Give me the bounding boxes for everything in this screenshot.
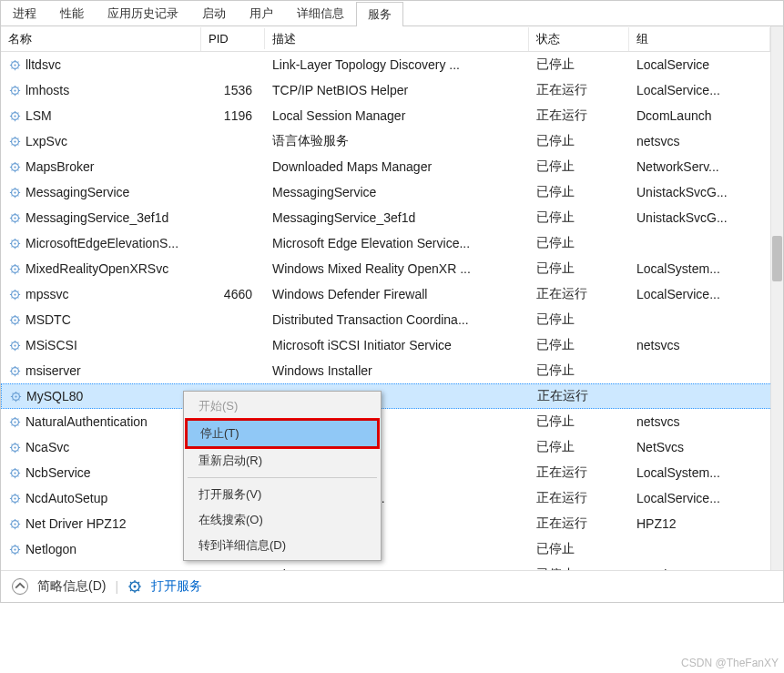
service-name: msiserver <box>25 363 81 378</box>
service-row[interactable]: LxpSvc语言体验服务已停止netsvcs <box>1 128 783 154</box>
header-pid[interactable]: PID <box>201 28 265 49</box>
service-row[interactable]: Net Driver HPZ1212正在运行HPZ12 <box>1 511 783 536</box>
menu-separator <box>188 477 377 478</box>
tab-services[interactable]: 服务 <box>356 2 403 26</box>
gear-icon <box>127 579 142 594</box>
svg-point-23 <box>14 344 15 346</box>
svg-point-39 <box>14 548 15 550</box>
vertical-scrollbar[interactable] <box>770 26 783 570</box>
tab-details[interactable]: 详细信息 <box>285 1 356 25</box>
service-status: 已停止 <box>529 258 629 280</box>
header-description[interactable]: 描述 <box>265 27 529 51</box>
menu-go-to-details[interactable]: 转到详细信息(D) <box>186 533 379 558</box>
service-pid <box>201 189 265 195</box>
service-status: 已停止 <box>529 564 629 570</box>
gear-icon <box>8 211 22 225</box>
svg-point-19 <box>14 293 15 295</box>
service-row[interactable]: MessagingService_3ef1dMessagingService_3… <box>1 205 783 230</box>
service-status: 正在运行 <box>529 283 629 305</box>
fewer-details-link[interactable]: 简略信息(D) <box>37 578 106 595</box>
menu-restart[interactable]: 重新启动(R) <box>186 448 379 474</box>
menu-start: 开始(S) <box>186 393 379 419</box>
service-row[interactable]: MapsBrokerDownloaded Maps Manager已停止Netw… <box>1 154 783 179</box>
header-name[interactable]: 名称 <box>1 27 201 51</box>
gear-icon <box>8 109 22 123</box>
service-status: 正在运行 <box>529 79 629 101</box>
service-name: LSM <box>25 108 52 123</box>
menu-search-online[interactable]: 在线搜索(O) <box>186 507 379 533</box>
service-name: MixedRealityOpenXRSvc <box>25 261 168 276</box>
service-name: lmhosts <box>25 83 69 97</box>
service-group <box>629 317 770 322</box>
service-group: LocalService <box>629 55 770 75</box>
service-row[interactable]: MixedRealityOpenXRSvcWindows Mixed Reali… <box>1 256 783 281</box>
service-status: 已停止 <box>529 538 629 560</box>
tab-processes[interactable]: 进程 <box>1 1 48 25</box>
service-name: MessagingService <box>25 185 129 199</box>
svg-point-25 <box>14 370 15 372</box>
service-name: MSDTC <box>25 312 71 327</box>
service-status: 已停止 <box>529 436 629 458</box>
service-name: MapsBroker <box>25 159 94 174</box>
service-row[interactable]: MicrosoftEdgeElevationS...Microsoft Edge… <box>1 230 783 256</box>
tab-users[interactable]: 用户 <box>238 1 285 25</box>
gear-icon <box>8 441 22 454</box>
tab-performance[interactable]: 性能 <box>48 1 96 25</box>
service-status: 已停止 <box>529 360 629 382</box>
separator: | <box>115 579 118 594</box>
service-status: 已停止 <box>529 130 629 152</box>
gear-icon <box>8 339 22 352</box>
menu-stop[interactable]: 停止(T) <box>186 419 379 448</box>
service-group <box>629 546 770 552</box>
service-name: mpssvc <box>25 287 68 301</box>
svg-point-31 <box>14 446 15 448</box>
service-status: 已停止 <box>529 334 629 356</box>
gear-icon <box>8 262 22 276</box>
service-row[interactable]: MSiSCSIMicrosoft iSCSI Initiator Service… <box>1 332 783 358</box>
svg-point-21 <box>14 319 15 321</box>
service-name: NcbService <box>25 465 91 480</box>
service-description: Link-Layer Topology Discovery ... <box>265 55 529 75</box>
scrollbar-thumb[interactable] <box>772 236 782 281</box>
service-status: 已停止 <box>529 207 629 229</box>
header-group[interactable]: 组 <box>629 27 770 51</box>
column-headers: 名称 PID 描述 状态 组 <box>1 26 783 52</box>
svg-point-11 <box>14 191 15 193</box>
service-row[interactable]: NcdAutoSetupected Devices Aut...正在运行Loca… <box>1 485 783 511</box>
service-row[interactable]: MySQL809828MySQL80正在运行 <box>1 383 783 409</box>
header-status[interactable]: 状态 <box>529 27 629 51</box>
service-group: netsvcs <box>629 335 770 355</box>
service-row[interactable]: lltdsvcLink-Layer Topology Discovery ...… <box>1 52 783 77</box>
service-row[interactable]: Netlogon已停止 <box>1 536 783 562</box>
service-row[interactable]: NcbServiceection Broker正在运行LocalSystem..… <box>1 460 783 485</box>
svg-point-1 <box>14 64 15 66</box>
service-row[interactable]: MSDTCDistributed Transaction Coordina...… <box>1 307 783 332</box>
service-row[interactable]: lmhosts1536TCP/IP NetBIOS Helper正在运行Loca… <box>1 77 783 103</box>
tab-startup[interactable]: 启动 <box>190 1 238 25</box>
tab-bar: 进程 性能 应用历史记录 启动 用户 详细信息 服务 <box>1 1 783 26</box>
gear-icon <box>8 313 22 327</box>
service-status: 正在运行 <box>529 487 629 509</box>
gear-icon <box>9 390 23 403</box>
service-status: 正在运行 <box>529 462 629 484</box>
gear-icon <box>8 492 22 505</box>
service-row[interactable]: LSM1196Local Session Manager正在运行DcomLaun… <box>1 103 783 128</box>
service-group: LocalService... <box>629 488 770 508</box>
chevron-up-icon[interactable] <box>12 578 28 595</box>
open-services-link[interactable]: 打开服务 <box>151 578 202 595</box>
svg-point-5 <box>14 115 15 117</box>
service-row[interactable]: NcaSvcectivity Assistant已停止NetSvcs <box>1 434 783 460</box>
service-row[interactable]: MessagingServiceMessagingService已停止Unist… <box>1 179 783 205</box>
service-description: MessagingService <box>265 182 529 202</box>
service-row[interactable]: msiserverWindows Installer已停止 <box>1 358 783 383</box>
tab-app-history[interactable]: 应用历史记录 <box>96 1 190 25</box>
service-row[interactable]: mpssvc4660Windows Defender Firewall正在运行L… <box>1 281 783 307</box>
service-description: ations <box>265 565 529 570</box>
service-pid <box>201 240 265 246</box>
menu-open-services[interactable]: 打开服务(V) <box>186 482 379 507</box>
service-row[interactable]: Netmanations已停止LocalSystem... <box>1 562 783 570</box>
services-panel: 名称 PID 描述 状态 组 lltdsvcLink-Layer Topolog… <box>1 26 783 570</box>
service-description: Distributed Transaction Coordina... <box>265 310 529 330</box>
svg-point-17 <box>14 268 15 270</box>
service-row[interactable]: NaturalAuthentication已停止netsvcs <box>1 409 783 434</box>
